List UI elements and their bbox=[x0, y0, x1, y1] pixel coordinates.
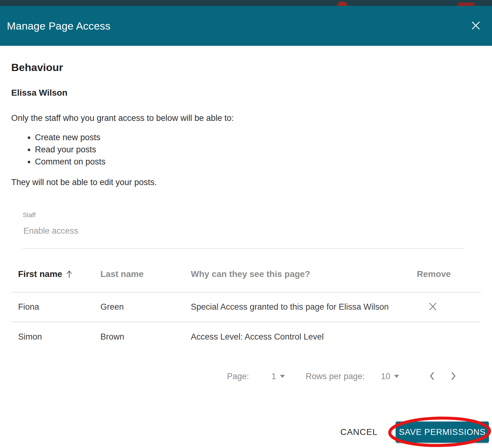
column-header-last-name[interactable]: Last name bbox=[100, 269, 191, 279]
list-item: Create new posts bbox=[35, 132, 481, 143]
cell-last-name: Green bbox=[100, 302, 191, 312]
cell-first-name: Fiona bbox=[18, 302, 100, 312]
rows-per-page-label: Rows per page: bbox=[306, 372, 365, 381]
background-app-bar bbox=[0, 0, 492, 6]
column-header-label: First name bbox=[18, 269, 62, 279]
save-permissions-button[interactable]: SAVE PERMISSIONS bbox=[396, 422, 489, 443]
caret-down-icon bbox=[280, 375, 285, 378]
table-row: Fiona Green Special Access granted to th… bbox=[11, 293, 481, 322]
table-row: Simon Brown Access Level: Access Control… bbox=[11, 322, 481, 352]
cancel-button[interactable]: CANCEL bbox=[338, 427, 379, 437]
intro-text: Only the staff who you grant access to b… bbox=[11, 113, 481, 124]
dialog-title: Manage Page Access bbox=[7, 20, 110, 32]
owner-name: Elissa Wilson bbox=[11, 88, 481, 98]
chevron-right-icon bbox=[451, 371, 456, 382]
enable-access-input[interactable] bbox=[23, 223, 465, 249]
x-icon bbox=[428, 302, 437, 312]
rows-per-page-value: 10 bbox=[381, 372, 390, 381]
table-header-row: First name Last name Why can they see th… bbox=[11, 256, 481, 293]
cell-first-name: Simon bbox=[18, 332, 100, 342]
column-header-reason[interactable]: Why can they see this page? bbox=[191, 269, 417, 279]
column-header-label: Last name bbox=[100, 269, 144, 279]
close-button[interactable] bbox=[471, 21, 481, 31]
cell-reason: Access Level: Access Control Level bbox=[191, 332, 417, 342]
caret-down-icon bbox=[394, 375, 399, 378]
dialog-header: Manage Page Access bbox=[0, 6, 492, 46]
manage-page-access-dialog: Manage Page Access Behaviour Elissa Wils… bbox=[0, 6, 492, 448]
page-label: Page: bbox=[227, 372, 249, 381]
page-title: Behaviour bbox=[11, 61, 481, 74]
arrow-up-icon bbox=[66, 270, 72, 278]
column-header-first-name[interactable]: First name bbox=[18, 269, 100, 279]
pagination: Page: 1 Rows per page: 10 bbox=[11, 364, 481, 389]
list-item: Comment on posts bbox=[35, 156, 481, 168]
staff-field-label: Staff bbox=[23, 212, 481, 219]
next-page-button[interactable] bbox=[450, 370, 458, 383]
remove-row-button[interactable] bbox=[428, 302, 437, 312]
screen: Manage Page Access Behaviour Elissa Wils… bbox=[0, 0, 492, 448]
list-item: Read your posts bbox=[35, 144, 481, 155]
cell-last-name: Brown bbox=[100, 332, 191, 342]
access-table: First name Last name Why can they see th… bbox=[11, 256, 481, 352]
page-select-value: 1 bbox=[272, 372, 276, 381]
column-header-label: Remove bbox=[417, 269, 451, 279]
close-icon bbox=[471, 21, 481, 31]
cell-reason: Special Access granted to this page for … bbox=[191, 302, 417, 312]
permissions-list: Create new posts Read your posts Comment… bbox=[11, 132, 481, 168]
background-red-button bbox=[458, 2, 475, 6]
chevron-left-icon bbox=[429, 371, 435, 382]
column-header-label: Why can they see this page? bbox=[191, 269, 310, 279]
notification-badge-icon bbox=[337, 1, 347, 6]
note-text: They will not be able to edit your posts… bbox=[11, 177, 481, 188]
dialog-body: Behaviour Elissa Wilson Only the staff w… bbox=[0, 61, 492, 389]
page-select[interactable]: 1 bbox=[272, 372, 285, 381]
column-header-remove: Remove bbox=[417, 269, 481, 279]
rows-per-page-select[interactable]: 10 bbox=[381, 372, 399, 381]
staff-field: Staff bbox=[23, 212, 481, 249]
dialog-actions: CANCEL SAVE PERMISSIONS bbox=[338, 422, 489, 443]
previous-page-button[interactable] bbox=[428, 370, 436, 383]
